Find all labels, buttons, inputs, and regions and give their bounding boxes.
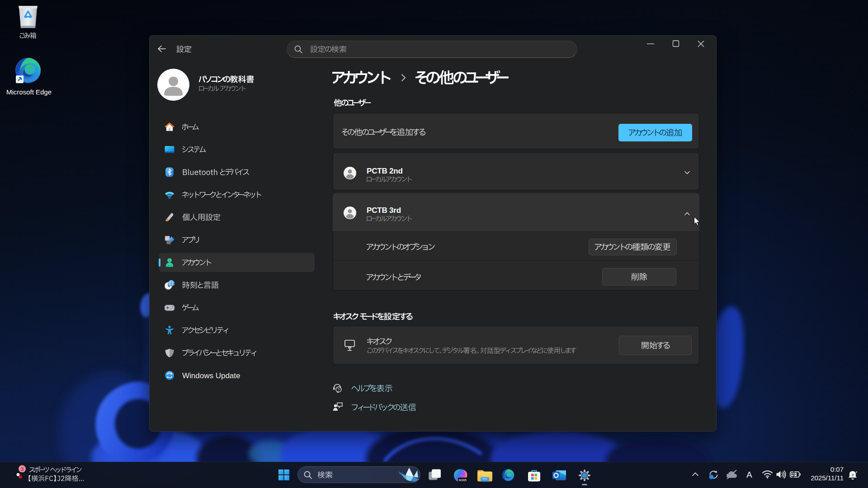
svg-text:?: ? (337, 387, 340, 392)
svg-text:3: 3 (21, 466, 24, 472)
svg-text:z: z (856, 470, 858, 474)
svg-text:M365: M365 (459, 479, 467, 482)
svg-text:z: z (852, 473, 854, 477)
